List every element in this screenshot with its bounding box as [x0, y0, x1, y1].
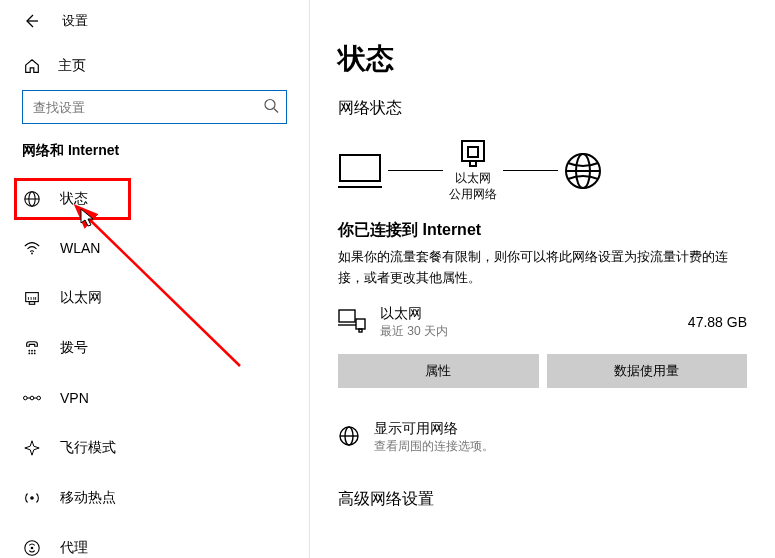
sidebar-item-label: 代理 [60, 539, 88, 557]
advanced-heading: 高级网络设置 [338, 489, 747, 510]
svg-point-0 [265, 100, 275, 110]
sidebar-item-label: WLAN [60, 240, 100, 256]
svg-rect-6 [26, 293, 39, 302]
subheading: 网络状态 [338, 98, 747, 119]
svg-point-23 [30, 496, 34, 500]
search-icon [263, 98, 279, 117]
svg-point-20 [37, 396, 41, 400]
proxy-icon [22, 538, 42, 558]
connection-period: 最近 30 天内 [380, 323, 674, 340]
titlebar: 设置 [0, 2, 309, 48]
ethernet-icon [22, 288, 42, 308]
page-title: 状态 [338, 40, 747, 78]
properties-button[interactable]: 属性 [338, 354, 539, 388]
home-label: 主页 [58, 57, 86, 75]
search-input[interactable] [22, 90, 287, 124]
svg-line-1 [274, 109, 278, 113]
svg-point-17 [34, 353, 36, 355]
sidebar-item-label: 拨号 [60, 339, 88, 357]
network-diagram: 以太网 公用网络 [338, 139, 747, 202]
main-content: 状态 网络状态 以太网 公用网络 你已连接到 Internet 如果你的流量套餐… [310, 0, 775, 558]
hotspot-icon [22, 488, 42, 508]
globe-small-icon [338, 425, 360, 450]
svg-rect-30 [470, 161, 476, 166]
svg-rect-26 [340, 155, 380, 181]
svg-point-13 [31, 350, 33, 352]
sidebar-item-dialup[interactable]: 拨号 [0, 326, 309, 370]
adapter-icon [458, 139, 488, 169]
svg-rect-36 [356, 319, 365, 329]
back-button[interactable] [22, 12, 40, 30]
svg-rect-7 [29, 302, 34, 305]
sidebar-item-wlan[interactable]: WLAN [0, 226, 309, 270]
adapter-name: 以太网 [449, 171, 497, 187]
adapter-type: 公用网络 [449, 187, 497, 203]
show-networks-title: 显示可用网络 [374, 420, 494, 438]
show-networks-sub: 查看周围的连接选项。 [374, 438, 494, 455]
search-wrap [0, 90, 309, 142]
svg-point-18 [24, 396, 28, 400]
sidebar-item-label: 飞行模式 [60, 439, 116, 457]
connection-row: 以太网 最近 30 天内 47.88 GB [338, 305, 747, 340]
status-icon [22, 189, 42, 209]
sidebar-item-proxy[interactable]: 代理 [0, 526, 309, 558]
status-description: 如果你的流量套餐有限制，则你可以将此网络设置为按流量计费的连接，或者更改其他属性… [338, 247, 747, 289]
sidebar: 设置 主页 网络和 Internet 状态 [0, 0, 310, 558]
sidebar-item-airplane[interactable]: 飞行模式 [0, 426, 309, 470]
connection-icon [338, 309, 366, 336]
svg-point-19 [30, 396, 34, 400]
svg-point-15 [28, 353, 30, 355]
back-arrow-icon [23, 13, 39, 29]
connection-name: 以太网 [380, 305, 674, 323]
sidebar-home[interactable]: 主页 [0, 48, 309, 90]
app-title: 设置 [62, 12, 88, 30]
sidebar-item-status[interactable]: 状态 [14, 178, 131, 220]
connection-usage: 47.88 GB [688, 314, 747, 330]
sidebar-item-vpn[interactable]: VPN [0, 376, 309, 420]
sidebar-item-label: 状态 [60, 190, 88, 208]
dialup-icon [22, 338, 42, 358]
wifi-icon [22, 238, 42, 258]
home-icon [22, 56, 42, 76]
svg-point-16 [31, 353, 33, 355]
nav-list: 状态 WLAN 以太网 拨号 [0, 168, 309, 558]
svg-rect-37 [359, 329, 362, 332]
sidebar-item-label: 移动热点 [60, 489, 116, 507]
sidebar-item-label: VPN [60, 390, 89, 406]
sidebar-item-label: 以太网 [60, 289, 102, 307]
sidebar-item-hotspot[interactable]: 移动热点 [0, 476, 309, 520]
pc-icon [338, 153, 382, 189]
svg-rect-34 [339, 310, 355, 322]
svg-point-12 [28, 350, 30, 352]
sidebar-item-ethernet[interactable]: 以太网 [0, 276, 309, 320]
sidebar-section-label: 网络和 Internet [0, 142, 309, 168]
show-networks-link[interactable]: 显示可用网络 查看周围的连接选项。 [338, 420, 747, 455]
svg-point-14 [34, 350, 36, 352]
globe-icon [564, 152, 602, 190]
data-usage-button[interactable]: 数据使用量 [547, 354, 748, 388]
airplane-icon [22, 438, 42, 458]
svg-point-5 [31, 253, 33, 255]
status-heading: 你已连接到 Internet [338, 220, 747, 241]
vpn-icon [22, 388, 42, 408]
svg-point-25 [31, 547, 34, 550]
svg-rect-29 [468, 147, 478, 157]
